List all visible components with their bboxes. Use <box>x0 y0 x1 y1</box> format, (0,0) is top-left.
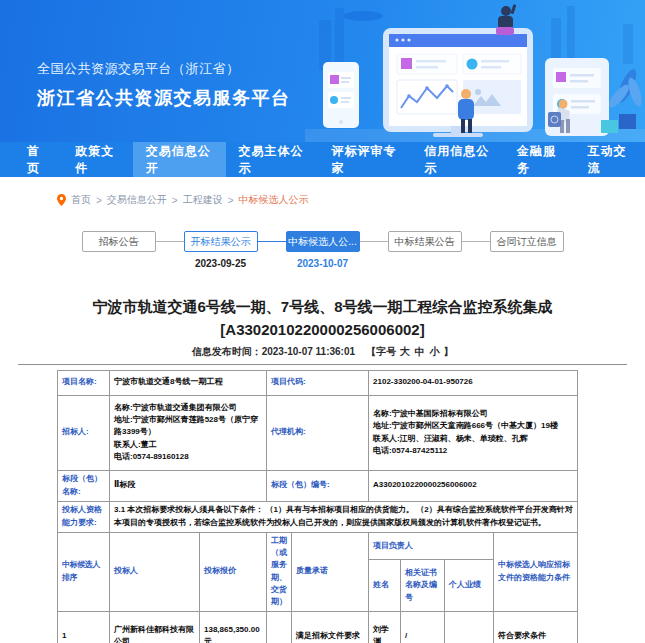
breadcrumb-trade-info[interactable]: 交易信息公开 <box>107 193 167 207</box>
step-date-bid-opening: 2023-09-25 <box>184 258 258 269</box>
table-row: 招标人: 名称:宁波市轨道交通集团有限公司 地址:宁波市鄞州区青莲路528号（原… <box>58 395 578 470</box>
font-size-suffix: 】 <box>443 346 453 357</box>
step-connector <box>462 241 490 242</box>
main-nav: 首页 政策文件 交易信息公开 交易主体公示 评标评审专家 信用信息公示 金融服务… <box>0 142 645 177</box>
header-project-manager: 项目负责人 <box>369 532 494 560</box>
candidate-bidder: 广州新科佳都科技有限公司 <box>110 611 200 643</box>
candidate-row: 1 广州新科佳都科技有限公司 138,865,350.00元 满足招标文件要求 … <box>58 611 578 643</box>
section-name-label: 标段（包）名称: <box>58 470 110 501</box>
candidate-quality: 满足招标文件要求 <box>292 611 369 643</box>
publish-time: 信息发布时间：2023-10-07 11:36:01 <box>192 346 355 357</box>
breadcrumb-home[interactable]: 首页 <box>71 193 91 207</box>
table-row: 项目名称: 宁波市轨道交通8号线一期工程 项目代码: 2102-330200-0… <box>58 370 578 395</box>
breadcrumb-separator: > <box>228 195 234 206</box>
tenderee-address: 地址:宁波市鄞州区青莲路528号（原宁穿路3399号） <box>114 414 262 439</box>
step-contract-info[interactable]: 合同订立信息 <box>490 231 564 252</box>
breadcrumb-engineering[interactable]: 工程建设 <box>183 193 223 207</box>
page-title-line2: [A3302010220000256006002] <box>0 318 645 341</box>
tenderee-name: 名称:宁波市轨道交通集团有限公司 <box>114 402 262 414</box>
candidate-manager-cert: / <box>401 611 445 643</box>
header-rank: 中标候选人排序 <box>58 532 110 611</box>
nav-item-financial-services[interactable]: 金融服务 <box>504 142 575 177</box>
step-bid-opening-result[interactable]: 开标结果公示 <box>184 231 258 252</box>
nav-item-interaction[interactable]: 互动交流 <box>575 142 645 177</box>
section-code-value: A3302010220000256006002 <box>369 470 578 501</box>
nav-item-home[interactable]: 首页 <box>14 142 62 177</box>
header-bidder: 投标人 <box>110 532 200 611</box>
title-divider <box>18 364 627 365</box>
tenderee-value: 名称:宁波市轨道交通集团有限公司 地址:宁波市鄞州区青莲路528号（原宁穿路33… <box>110 395 267 470</box>
qualification-value: 3.1 本次招标要求投标人须具备以下条件： （1）具有与本招标项目相应的供货能力… <box>110 501 578 532</box>
site-name-provincial: 浙江省公共资源交易服务平台 <box>37 86 291 110</box>
location-pin-icon <box>57 194 66 206</box>
step-candidate-publicity[interactable]: 中标候选人公... <box>286 231 360 252</box>
site-name-national: 全国公共资源交易平台（浙江省） <box>37 60 291 78</box>
header-duration: 工期（或服务期、交货期） <box>267 532 292 611</box>
agency-contact: 联系人:江明、汪淑莉、杨未、单琰粒、孔辉 <box>373 433 573 445</box>
agency-label: 代理机构: <box>267 395 369 470</box>
dashboard-illustration-icon <box>305 0 645 142</box>
publish-info: 信息发布时间：2023-10-07 11:36:01 【字号 大 中 小 】 <box>0 345 645 359</box>
nav-item-policy-docs[interactable]: 政策文件 <box>62 142 133 177</box>
candidate-response: 符合要求条件 <box>494 611 578 643</box>
header-price: 投标报价 <box>200 532 267 611</box>
step-date-candidate: 2023-10-07 <box>286 258 360 269</box>
candidate-manager-name: 刘学渊 <box>369 611 401 643</box>
step-award-result[interactable]: 中标结果公告 <box>388 231 462 252</box>
agency-value: 名称:宁波中基国际招标有限公司 地址:宁波市鄞州区天童南路666号（中基大厦）1… <box>369 395 578 470</box>
process-steps: 招标公告 开标结果公示 2023-09-25 中标候选人公... 2023-10… <box>0 231 645 277</box>
breadcrumb-candidate-publicity[interactable]: 中标候选人公示 <box>239 193 309 207</box>
site-banner: 全国公共资源交易平台（浙江省） 浙江省公共资源交易服务平台 <box>0 0 645 142</box>
header-manager-name: 姓名 <box>369 560 401 612</box>
qualification-label: 投标人资格能力要求: <box>58 501 110 532</box>
candidate-duration <box>267 611 292 643</box>
tenderee-label: 招标人: <box>58 395 110 470</box>
font-size-medium-button[interactable]: 中 <box>415 346 425 357</box>
page-title-line1: 宁波市轨道交通6号线一期、7号线、8号线一期工程综合监控系统集成 <box>0 295 645 318</box>
nav-item-credit-info[interactable]: 信用信息公示 <box>411 142 504 177</box>
page-title: 宁波市轨道交通6号线一期、7号线、8号线一期工程综合监控系统集成 [A33020… <box>0 295 645 342</box>
tenderee-phone: 电话:0574-89160128 <box>114 451 262 463</box>
header-manager-achievement: 个人业绩 <box>445 560 494 612</box>
table-row: 投标人资格能力要求: 3.1 本次招标要求投标人须具备以下条件： （1）具有与本… <box>58 501 578 532</box>
header-manager-cert: 相关证书名称及编号 <box>401 560 445 612</box>
font-size-prefix: 【字号 <box>366 346 396 357</box>
font-size-small-button[interactable]: 小 <box>430 346 440 357</box>
tenderee-contact: 联系人:董工 <box>114 439 262 451</box>
nav-item-evaluation-experts[interactable]: 评标评审专家 <box>318 142 411 177</box>
section-code-label: 标段（包）编号: <box>267 470 369 501</box>
step-connector-active <box>258 241 286 242</box>
candidate-rank: 1 <box>58 611 110 643</box>
section-name-value: Ⅱ标段 <box>110 470 267 501</box>
table-header-row: 中标候选人排序 投标人 投标报价 工期（或服务期、交货期） 质量承诺 项目负责人… <box>58 532 578 560</box>
breadcrumb: 首页 > 交易信息公开 > 工程建设 > 中标候选人公示 <box>0 177 645 207</box>
nav-item-trade-info[interactable]: 交易信息公开 <box>133 142 226 177</box>
nav-item-trade-subjects[interactable]: 交易主体公示 <box>226 142 319 177</box>
announcement-table: 项目名称: 宁波市轨道交通8号线一期工程 项目代码: 2102-330200-0… <box>57 370 578 643</box>
agency-phone: 电话:0574-87425112 <box>373 445 573 457</box>
candidate-manager-achievement <box>445 611 494 643</box>
step-tender-announcement[interactable]: 招标公告 <box>82 231 156 252</box>
agency-name: 名称:宁波中基国际招标有限公司 <box>373 408 573 420</box>
project-code-value: 2102-330200-04-01-950726 <box>369 370 578 395</box>
project-name-value: 宁波市轨道交通8号线一期工程 <box>110 370 267 395</box>
agency-address: 地址:宁波市鄞州区天童南路666号（中基大厦）19楼 <box>373 420 573 432</box>
breadcrumb-separator: > <box>96 195 102 206</box>
step-connector <box>360 241 388 242</box>
table-row: 标段（包）名称: Ⅱ标段 标段（包）编号: A33020102200002560… <box>58 470 578 501</box>
breadcrumb-separator: > <box>172 195 178 206</box>
project-name-label: 项目名称: <box>58 370 110 395</box>
candidate-price: 138,865,350.00元 <box>200 611 267 643</box>
font-size-large-button[interactable]: 大 <box>400 346 410 357</box>
step-connector <box>156 241 184 242</box>
header-response: 中标候选人响应招标文件的资格能力条件 <box>494 532 578 611</box>
header-quality: 质量承诺 <box>292 532 369 611</box>
project-code-label: 项目代码: <box>267 370 369 395</box>
